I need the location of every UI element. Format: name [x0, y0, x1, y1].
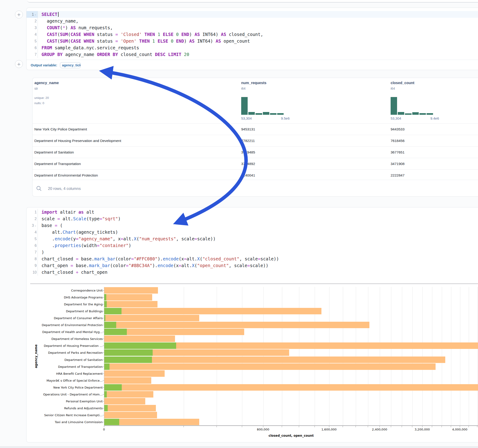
plus-icon: + — [17, 12, 21, 17]
code-text: chart_closed + chart_open — [38, 269, 107, 276]
table-row-count: 20 rows, 4 columns — [48, 187, 81, 191]
table-row[interactable]: Department of Transportation377489234719… — [32, 158, 478, 169]
histogram-max-label: 9.5e6 — [281, 116, 289, 120]
histogram-bin — [398, 112, 404, 115]
code-line[interactable]: 1⌄SELECT — [26, 11, 478, 18]
code-line[interactable]: 9chart_open = base.mark_bar(color="#8BC3… — [26, 262, 478, 269]
y-tick-label: Department of Sanitation — [65, 358, 103, 361]
code-text: alt.Chart(agency_tickets) — [38, 229, 118, 236]
code-text: .encode(y="agency_name", x=alt.X("num_re… — [38, 236, 216, 242]
y-tick — [103, 325, 104, 325]
table-cell: 3471908 — [391, 158, 404, 169]
code-line[interactable]: 2scale = alt.Scale(type="sqrt") — [26, 216, 478, 222]
y-tick — [103, 415, 104, 415]
bar-open-count — [104, 342, 176, 349]
y-tick-label: Department of Homeless Services — [51, 337, 103, 341]
table-cell: Department of Transportation — [34, 158, 81, 169]
code-line[interactable]: 4 alt.Chart(agency_tickets) — [26, 229, 478, 236]
x-tick-label: 0 — [103, 428, 105, 431]
x-tick — [299, 426, 299, 427]
code-text: GROUP BY agency_name ORDER BY closed_cou… — [38, 51, 189, 58]
gridline — [356, 287, 356, 425]
histogram-bin — [391, 97, 397, 115]
y-tick-label: Department of Health and Mental Hyg… — [42, 330, 103, 334]
line-number: 2 — [26, 216, 38, 222]
line-number: 5 — [26, 236, 38, 242]
gridline — [391, 287, 391, 425]
line-number: 9 — [26, 262, 38, 269]
sql-cell: 1⌄SELECT2 agency_name,3 COUNT(*) AS num_… — [26, 8, 478, 70]
y-tick-label: Department of Consumer Affairs — [54, 316, 103, 320]
line-number: 5 — [26, 38, 38, 44]
add-cell-button[interactable]: + — [15, 60, 23, 68]
y-tick-label: Department of Transportation — [58, 365, 103, 368]
code-line[interactable]: 5 CAST(SUM(CASE WHEN status = 'Open' THE… — [26, 38, 478, 44]
fold-chevron-icon[interactable]: ⌄ — [34, 222, 37, 229]
y-tick — [103, 422, 104, 422]
bar-closed-count — [104, 384, 478, 391]
code-line[interactable]: 10chart_closed + chart_open — [26, 269, 478, 276]
output-variable-pill[interactable]: agency_tickets — [60, 62, 81, 68]
chart-scrollbar[interactable] — [30, 283, 478, 284]
code-line[interactable]: 7) — [26, 249, 478, 255]
x-tick — [368, 426, 368, 427]
line-number: 8 — [26, 255, 38, 262]
column-header-closed_count[interactable]: closed_counti64 — [391, 81, 414, 90]
histogram-bin — [427, 113, 433, 115]
code-text: ) — [38, 249, 44, 255]
y-tick-label: Operations Unit - Department of Hom… — [43, 392, 103, 396]
gridline — [477, 287, 478, 425]
y-tick-label: Senior Citizen Rent Increase Exempti… — [44, 413, 103, 417]
bar-closed-count — [104, 391, 153, 398]
column-header-num_requests[interactable]: num_requestsi64 — [241, 81, 266, 90]
code-line[interactable]: 3 COUNT(*) AS num_requests, — [26, 25, 478, 31]
code-line[interactable]: 5 .encode(y="agency_name", x=alt.X("num_… — [26, 236, 478, 242]
fold-chevron-icon[interactable]: ⌄ — [34, 11, 37, 18]
sql-code-editor[interactable]: 1⌄SELECT2 agency_name,3 COUNT(*) AS num_… — [26, 11, 478, 58]
column-header-agency_name[interactable]: agency_namestr — [34, 81, 59, 90]
code-text: .properties(width="container") — [38, 242, 131, 249]
x-tick — [477, 426, 477, 427]
code-line[interactable]: 7GROUP BY agency_name ORDER BY closed_co… — [26, 51, 478, 58]
code-text: chart_open = base.mark_bar(color="#8BC34… — [38, 262, 268, 269]
bar-open-count — [104, 419, 119, 425]
code-line[interactable]: 4 CAST(SUM(CASE WHEN status = 'Closed' T… — [26, 31, 478, 38]
gridline — [469, 287, 469, 425]
bar-closed-count — [104, 315, 199, 321]
code-line[interactable]: 2 agency_name, — [26, 18, 478, 25]
gridline — [299, 287, 299, 425]
table-cell: 7782211 — [241, 135, 255, 146]
gridline — [368, 287, 368, 425]
y-tick — [103, 304, 104, 305]
bar-open-count — [104, 356, 152, 363]
code-line[interactable]: 8chart_closed = base.mark_bar(color="#FF… — [26, 255, 478, 262]
bar-closed-count — [104, 370, 165, 377]
y-tick — [103, 346, 104, 346]
table-row[interactable]: Department of Sanitation37494853677651 — [32, 146, 478, 158]
python-code-editor[interactable]: 1import altair as alt2scale = alt.Scale(… — [26, 209, 478, 276]
bar-closed-count — [104, 356, 445, 363]
y-tick-label: Mayorâ€ s Office of Special Enforce… — [47, 379, 103, 382]
histogram-bin — [256, 113, 262, 115]
code-line[interactable]: 1import altair as alt — [26, 209, 478, 216]
code-line[interactable]: 6 .properties(width="container") — [26, 242, 478, 249]
bar-open-count — [104, 363, 110, 370]
code-line[interactable]: 6FROM sample_data.nyc.service_requests — [26, 44, 478, 51]
table-row[interactable]: Department of Environmental Protection22… — [32, 169, 478, 181]
table-cell: 7618456 — [391, 135, 404, 146]
code-text: agency_name, — [38, 18, 78, 25]
add-cell-button[interactable]: + — [15, 11, 23, 19]
y-tick-label: New York City Police Department — [53, 386, 103, 389]
table-row[interactable]: New York City Police Department945313194… — [32, 123, 478, 135]
gridline — [422, 287, 423, 425]
code-line[interactable]: 3⌄base = ( — [26, 222, 478, 229]
bar-open-count — [104, 322, 116, 328]
y-tick — [103, 290, 104, 291]
line-number: 3 — [26, 25, 38, 31]
histogram-max-label: 9.4e6 — [430, 116, 439, 120]
y-tick — [103, 353, 104, 353]
bar-closed-count — [104, 363, 436, 370]
code-text: import altair as alt — [38, 209, 94, 216]
search-icon[interactable] — [36, 186, 42, 192]
table-row[interactable]: Department of Housing Preservation and D… — [32, 135, 478, 146]
